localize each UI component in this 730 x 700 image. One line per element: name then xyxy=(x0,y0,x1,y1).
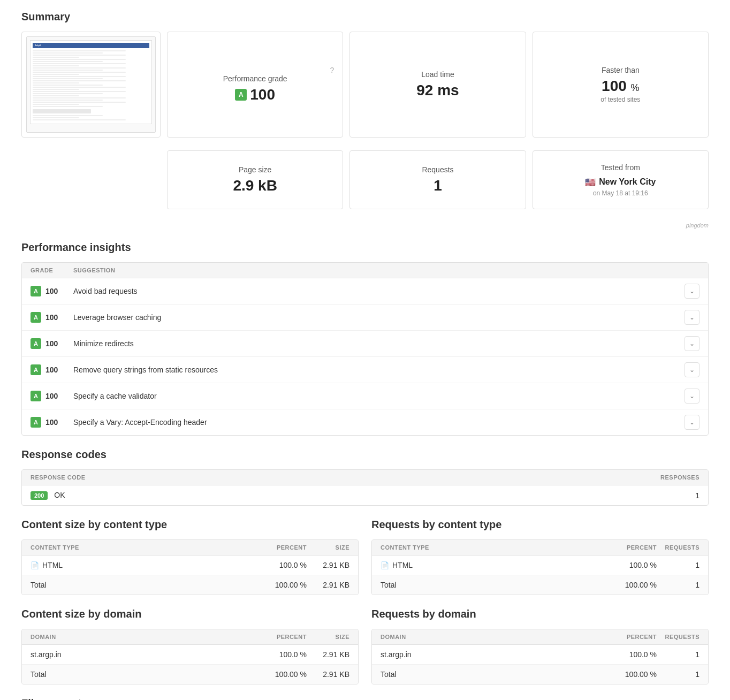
insights-rows: A 100 Avoid bad requests ⌄ A 100 Leverag… xyxy=(22,278,708,435)
domain-total-percent: 100.00 % xyxy=(258,670,307,679)
html-size: 2.91 KB xyxy=(307,561,349,569)
response-code-header: Response Code xyxy=(31,474,85,481)
domain-total-label: Total xyxy=(31,670,258,679)
insight-expand-3[interactable]: ⌄ xyxy=(685,362,699,377)
rbd-total-row: Total 100.00 % 1 xyxy=(372,665,708,684)
content-by-domain: Content size by domain Domain Percent Si… xyxy=(21,608,359,684)
insights-grade-header: Grade xyxy=(31,267,73,273)
rbt-html-requests: 1 xyxy=(657,561,699,569)
insights-title: Performance insights xyxy=(21,241,709,254)
file-requests-title: File requests xyxy=(21,697,709,700)
performance-label: Performance grade xyxy=(223,74,287,83)
rbd-row-1: st.argp.in 100.0 % 1 xyxy=(372,645,708,665)
domain-col-header: Domain xyxy=(31,634,258,640)
total-size: 2.91 KB xyxy=(307,581,349,589)
summary-grid-row2: Page size 2.9 kB Requests 1 Tested from … xyxy=(21,150,709,209)
performance-grade-value: A 100 xyxy=(235,86,275,103)
content-size-total-row: Total 100.00 % 2.91 KB xyxy=(22,575,358,595)
responses-header: Responses xyxy=(660,474,699,481)
rbt-total-percent: 100.00 % xyxy=(609,581,657,589)
rbt-html-row: 📄 HTML 100.0 % 1 xyxy=(372,556,708,575)
requests-by-type-title: Requests by content type xyxy=(371,519,709,531)
content-domain-header: Domain Percent Size xyxy=(22,629,358,645)
response-codes-section: Response codes Response Code Responses 2… xyxy=(21,448,709,506)
help-icon[interactable]: ? xyxy=(330,66,334,74)
html-file-icon: 📄 xyxy=(31,561,39,569)
insight-expand-5[interactable]: ⌄ xyxy=(685,415,699,430)
insight-text-4: Specify a cache validator xyxy=(73,392,685,400)
rbd-percent-1: 100.0 % xyxy=(609,650,657,659)
insight-text-2: Minimize redirects xyxy=(73,339,685,348)
percent-col-header: Percent xyxy=(258,544,307,551)
rbt-total-label: Total xyxy=(381,581,397,589)
total-label: Total xyxy=(31,581,47,589)
rbd-domain-1: st.argp.in xyxy=(381,650,609,659)
insight-expand-2[interactable]: ⌄ xyxy=(685,336,699,351)
requests-by-type: Requests by content type Content Type Pe… xyxy=(371,519,709,595)
response-header: Response Code Responses xyxy=(22,470,708,485)
rbt-total-requests: 1 xyxy=(657,581,699,589)
response-codes-title: Response codes xyxy=(21,448,709,461)
rbt-html-percent: 100.0 % xyxy=(609,561,657,569)
content-type-row: Content size by content type Content Typ… xyxy=(21,519,709,595)
insight-expand-4[interactable]: ⌄ xyxy=(685,389,699,404)
insight-row-0: A 100 Avoid bad requests ⌄ xyxy=(22,278,708,305)
insight-row-2: A 100 Minimize redirects ⌄ xyxy=(22,331,708,357)
domain-name-1: st.argp.in xyxy=(31,650,258,659)
domain-percent-1: 100.0 % xyxy=(258,650,307,659)
tested-from-label: Tested from xyxy=(601,163,640,172)
summary-title: Summary xyxy=(21,11,709,23)
response-row-0: 200 OK 1 xyxy=(22,485,708,505)
page-size-label: Page size xyxy=(239,165,271,174)
domain-total-row: Total 100.00 % 2.91 KB xyxy=(22,665,358,684)
faster-than-label: Faster than xyxy=(602,66,640,74)
domain-size-1: 2.91 KB xyxy=(307,650,349,659)
pingdom-badge: pingdom xyxy=(21,222,709,229)
rbt-html-label: HTML xyxy=(392,561,413,569)
html-percent: 100.0 % xyxy=(258,561,307,569)
domain-size-header: Size xyxy=(307,634,349,640)
response-rows: 200 OK 1 xyxy=(22,485,708,505)
insight-text-3: Remove query strings from static resourc… xyxy=(73,366,685,374)
flag-icon: 🇺🇸 xyxy=(585,177,596,187)
rbt-requests-header: Requests xyxy=(657,544,699,551)
insights-table: Grade Suggestion A 100 Avoid bad request… xyxy=(21,262,709,436)
insights-section: Performance insights Grade Suggestion A … xyxy=(21,241,709,436)
content-size-by-type: Content size by content type Content Typ… xyxy=(21,519,359,595)
insight-score-3: 100 xyxy=(45,366,65,374)
insight-expand-0[interactable]: ⌄ xyxy=(685,284,699,299)
rbd-percent-header: Percent xyxy=(609,634,657,640)
faster-than-value: 100 % xyxy=(602,78,640,95)
insight-grade-4: A xyxy=(31,391,41,401)
rbt-html-icon: 📄 xyxy=(381,561,389,569)
insights-suggestion-header: Suggestion xyxy=(73,267,699,273)
insight-score-2: 100 xyxy=(45,339,65,348)
rbt-total-row: Total 100.00 % 1 xyxy=(372,575,708,595)
rbd-requests-1: 1 xyxy=(657,650,699,659)
domain-row: Content size by domain Domain Percent Si… xyxy=(21,608,709,684)
insight-row-5: A 100 Specify a Vary: Accept-Encoding he… xyxy=(22,409,708,435)
code-label-0: OK xyxy=(54,491,65,499)
load-time-value: 92 ms xyxy=(416,82,459,99)
requests-value: 1 xyxy=(434,177,442,194)
insight-score-4: 100 xyxy=(45,392,65,400)
screenshot-card: Jekyll xyxy=(21,32,161,138)
performance-grade-card: ? Performance grade A 100 xyxy=(167,32,343,138)
summary-grid: Jekyll xyxy=(21,32,709,138)
code-badge-0: 200 xyxy=(31,491,48,500)
content-size-html-row: 📄 HTML 100.0 % 2.91 KB xyxy=(22,556,358,575)
insight-grade-1: A xyxy=(31,312,41,323)
insight-score-1: 100 xyxy=(45,313,65,322)
faster-than-sub: of tested sites xyxy=(600,96,640,103)
insight-grade-3: A xyxy=(31,364,41,375)
domain-row-1: st.argp.in 100.0 % 2.91 KB xyxy=(22,645,358,665)
size-col-header: Size xyxy=(307,544,349,551)
insight-grade-5: A xyxy=(31,417,41,428)
requests-domain-title: Requests by domain xyxy=(371,608,709,620)
file-requests-section: File requests Sort by Load order Filter … xyxy=(21,697,709,700)
insight-text-1: Leverage browser caching xyxy=(73,313,685,322)
insight-expand-1[interactable]: ⌄ xyxy=(685,310,699,325)
insight-text-5: Specify a Vary: Accept-Encoding header xyxy=(73,418,685,427)
insight-grade-2: A xyxy=(31,338,41,349)
grade-score: 100 xyxy=(250,86,275,103)
